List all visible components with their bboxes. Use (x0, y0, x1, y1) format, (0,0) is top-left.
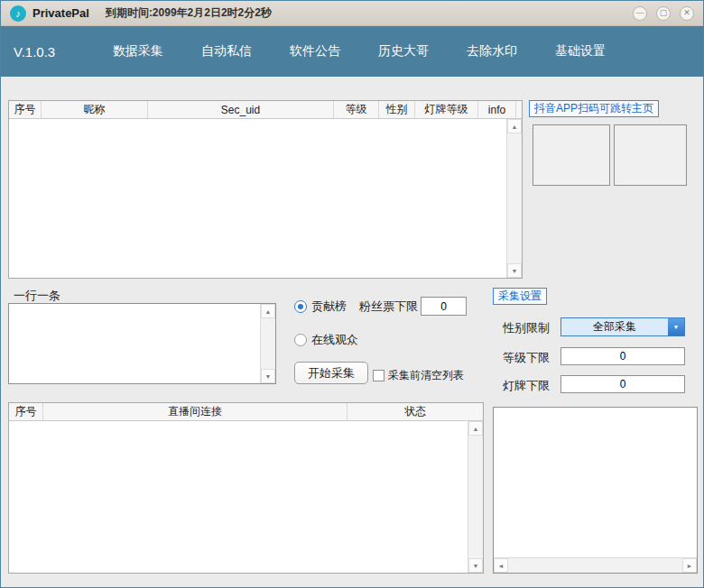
column-header-badge: 灯牌等级 (415, 101, 478, 118)
nav-item-history[interactable]: 历史大哥 (366, 34, 441, 69)
links-label: 一行一条 (14, 288, 60, 304)
expiry-text: 到期时间:2099年2月2日2时2分2秒 (106, 5, 272, 21)
column-header-nickname: 昵称 (42, 101, 148, 118)
qr-placeholder-2 (614, 124, 687, 186)
log-scrollbar-horizontal[interactable]: ◄ ► (494, 557, 697, 573)
scroll-up-button[interactable]: ▲ (468, 421, 483, 436)
scroll-up-button[interactable]: ▲ (507, 119, 522, 133)
radio-online[interactable] (294, 334, 307, 346)
scroll-up-button[interactable]: ▲ (261, 304, 275, 318)
column-header-room-link: 直播间连接 (43, 403, 347, 420)
clear-before-label: 采集前清空列表 (388, 368, 464, 383)
badge-limit-label: 灯牌下限 (503, 378, 550, 394)
nav-items: 数据采集 自动私信 软件公告 历史大哥 去除水印 基础设置 (100, 34, 618, 69)
qr-panel-title: 抖音APP扫码可跳转主页 (529, 100, 659, 117)
column-header-level: 等级 (334, 101, 379, 118)
user-table-body (9, 119, 506, 278)
scroll-right-button[interactable]: ► (682, 558, 697, 573)
badge-limit-input[interactable] (560, 375, 685, 393)
window-controls: — ▢ ✕ (633, 6, 694, 21)
nav-item-settings[interactable]: 基础设置 (542, 34, 618, 69)
column-header-filler (516, 101, 522, 118)
user-table: 序号 昵称 Sec_uid 等级 性别 灯牌等级 info ▲ ▼ (8, 100, 523, 279)
column-header-index: 序号 (9, 101, 42, 118)
log-panel: ◄ ► (493, 407, 698, 574)
column-header-secuid: Sec_uid (148, 101, 334, 118)
nav-item-auto-dm[interactable]: 自动私信 (189, 34, 264, 69)
level-limit-label: 等级下限 (503, 350, 550, 366)
scroll-down-button[interactable]: ▼ (507, 263, 522, 278)
settings-title: 采集设置 (493, 288, 547, 305)
gender-select-value: 全部采集 (561, 318, 668, 335)
links-textarea-wrap: ▲ ▼ (8, 303, 276, 384)
scroll-down-button[interactable]: ▼ (261, 369, 275, 383)
version-label: V.1.0.3 (14, 44, 100, 60)
fan-ticket-label: 粉丝票下限 (359, 299, 418, 315)
level-limit-input[interactable] (560, 347, 685, 365)
minimize-button[interactable]: — (633, 6, 647, 21)
room-table: 序号 直播间连接 状态 ▲ ▼ (8, 402, 484, 574)
scroll-down-button[interactable]: ▼ (468, 558, 483, 573)
room-table-body (9, 421, 468, 573)
navbar: V.1.0.3 数据采集 自动私信 软件公告 历史大哥 去除水印 基础设置 (1, 26, 703, 77)
user-table-scrollbar[interactable]: ▲ ▼ (506, 119, 522, 278)
column-header-gender: 性别 (379, 101, 415, 118)
qr-placeholder-1 (533, 124, 610, 186)
scroll-left-button[interactable]: ◄ (494, 558, 508, 573)
fan-ticket-input[interactable] (421, 297, 467, 316)
gender-limit-label: 性别限制 (503, 320, 550, 336)
clear-before-checkbox[interactable] (373, 370, 384, 381)
app-window: ♪ PrivatePal 到期时间:2099年2月2日2时2分2秒 — ▢ ✕ … (0, 0, 704, 588)
nav-item-announcement[interactable]: 软件公告 (277, 34, 353, 69)
links-textarea[interactable] (9, 304, 260, 383)
close-button[interactable]: ✕ (680, 6, 694, 21)
maximize-button[interactable]: ▢ (656, 6, 671, 21)
titlebar: ♪ PrivatePal 到期时间:2099年2月2日2时2分2秒 — ▢ ✕ (1, 1, 703, 26)
radio-online-label: 在线观众 (311, 332, 358, 348)
gender-select[interactable]: 全部采集 ▼ (560, 317, 685, 336)
textarea-scrollbar[interactable]: ▲ ▼ (260, 304, 275, 383)
app-title: PrivatePal (32, 6, 89, 20)
chevron-down-icon[interactable]: ▼ (668, 318, 684, 335)
nav-item-data-collect[interactable]: 数据采集 (100, 34, 176, 69)
nav-item-remove-watermark[interactable]: 去除水印 (454, 34, 530, 69)
radio-contribution-label: 贡献榜 (311, 299, 347, 315)
room-table-header: 序号 直播间连接 状态 (9, 403, 483, 421)
column-header-index: 序号 (9, 403, 43, 420)
radio-contribution[interactable] (294, 300, 307, 313)
app-logo-icon: ♪ (10, 5, 26, 22)
start-collect-button[interactable]: 开始采集 (294, 362, 368, 384)
room-table-scrollbar[interactable]: ▲ ▼ (468, 421, 483, 573)
column-header-info: info (478, 101, 516, 118)
column-header-status: 状态 (347, 403, 483, 420)
user-table-header: 序号 昵称 Sec_uid 等级 性别 灯牌等级 info (9, 101, 522, 119)
